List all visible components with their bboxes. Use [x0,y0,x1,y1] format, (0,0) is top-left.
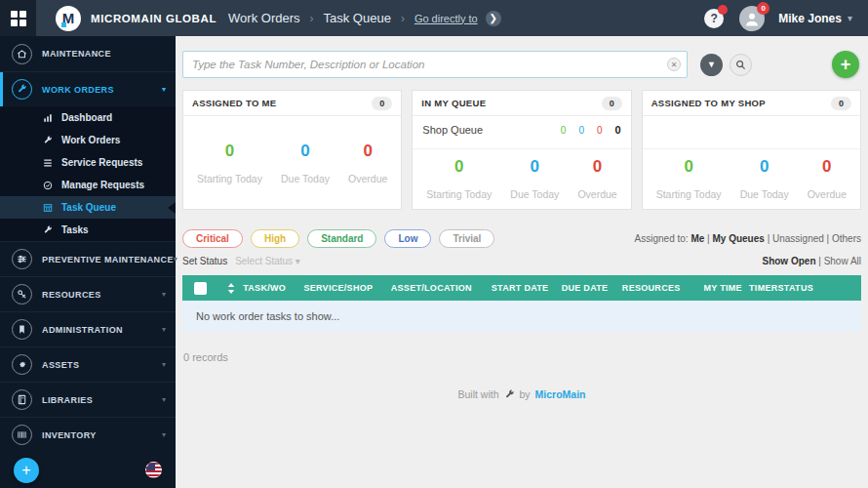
column-status[interactable]: STATUS [778,283,862,293]
go-directly-button[interactable]: ❯ [486,11,501,26]
sidebar-item-service-requests[interactable]: Service Requests [0,151,176,174]
column-my-time[interactable]: MY TIME [703,283,749,293]
select-status-dropdown[interactable]: Select Status ▾ [235,256,300,266]
sidebar-item-maintenance[interactable]: MAINTENANCE [0,36,176,71]
card-assigned-to-my-shop: ASSIGNED TO MY SHOP 0 0 Starting Today 0… [642,90,861,210]
chevron-down-icon: ▾ [162,325,166,334]
sidebar-item-label: Work Orders [61,135,120,145]
wrench-icon [504,389,515,400]
assigned-unassigned-link[interactable]: Unassigned [772,233,824,244]
wrench-icon [12,79,32,100]
key-icon [12,284,32,305]
chevron-down-icon: ▾ [848,13,852,23]
card-title: ASSIGNED TO ME [192,98,276,108]
check-circle-icon [43,181,53,190]
bar-chart-icon [43,113,53,123]
filter-row: Critical High Standard Low Trivial Assig… [182,229,861,248]
queue-total-count: 0 [615,124,621,136]
priority-low-button[interactable]: Low [384,229,431,248]
sidebar-item-libraries[interactable]: LIBRARIES ▾ [0,382,176,417]
priority-trivial-button[interactable]: Trivial [439,229,494,248]
search-input[interactable] [182,51,688,78]
stat-starting-today: 0 Starting Today [656,157,722,200]
user-menu[interactable]: Mike Jones ▾ [778,12,852,25]
assigned-others-link[interactable]: Others [832,233,861,244]
column-timer[interactable]: TIMER [749,283,778,293]
sidebar-item-dashboard[interactable]: Dashboard [0,106,176,129]
card-count-badge: 0 [372,97,392,110]
sidebar-item-label: Service Requests [61,157,142,168]
task-table: TASK/WO SERVICE/SHOP ASSET/LOCATION STAR… [182,275,861,332]
stat-starting-today: 0 Starting Today [197,142,262,184]
sidebar-item-manage-requests[interactable]: Manage Requests [0,174,176,196]
column-due-date[interactable]: DUE DATE [562,283,622,293]
chevron-down-icon: ▾ [162,290,166,299]
apps-menu-button[interactable] [0,0,36,36]
select-all-checkbox[interactable] [194,282,207,295]
add-task-button[interactable]: + [832,51,859,78]
sort-icon[interactable] [218,283,243,294]
sidebar: MAINTENANCE WORK ORDERS ▾ Dashboard Work… [0,36,176,488]
sidebar-item-label: LIBRARIES [42,395,93,405]
queue-name: Shop Queue [422,124,483,136]
filter-toggle-button[interactable]: ▼ [700,54,723,76]
stat-due-today: 0 Due Today [740,157,789,200]
work-orders-submenu: Dashboard Work Orders Service Requests M… [0,106,176,241]
sliders-icon [12,249,32,269]
priority-critical-button[interactable]: Critical [182,229,243,248]
micromain-link[interactable]: MicroMain [535,388,586,400]
app-window: M MICROMAIN GLOBAL Work Orders › Task Qu… [0,0,868,488]
column-resources[interactable]: RESOURCES [622,283,704,293]
sidebar-add-button[interactable]: + [14,458,39,483]
sidebar-item-administration[interactable]: ADMINISTRATION ▾ [0,311,176,346]
chevron-down-icon: ▾ [174,255,178,264]
sidebar-item-assets[interactable]: ASSETS ▾ [0,346,176,382]
sidebar-item-inventory[interactable]: INVENTORY ▾ [0,417,176,452]
sidebar-item-label: ASSETS [42,360,79,370]
column-service-shop[interactable]: SERVICE/SHOP [303,283,390,293]
column-start-date[interactable]: START DATE [492,283,562,293]
sidebar-footer: + [0,452,176,488]
page-footer: Built with by MicroMain [182,388,861,400]
sidebar-item-work-orders[interactable]: WORK ORDERS ▾ [0,71,176,106]
queue-row-shop-queue[interactable]: Shop Queue 0 0 0 0 [413,116,630,136]
user-avatar[interactable]: 0 [739,6,765,31]
chevron-down-icon: ▾ [162,430,166,439]
search-button[interactable] [730,54,752,76]
priority-standard-button[interactable]: Standard [307,229,376,248]
home-icon [12,44,32,64]
card-title: ASSIGNED TO MY SHOP [651,98,766,108]
help-button[interactable]: ? [704,9,724,28]
sidebar-item-preventive-maintenance[interactable]: PREVENTIVE MAINTENANCE ▾ [0,241,176,276]
sidebar-item-label: Tasks [61,224,89,235]
table-header: TASK/WO SERVICE/SHOP ASSET/LOCATION STAR… [182,275,861,301]
language-flag-icon[interactable] [145,462,162,478]
sidebar-item-resources[interactable]: RESOURCES ▾ [0,276,176,311]
card-count-badge: 0 [602,97,622,110]
user-name: Mike Jones [778,12,842,25]
clear-search-button[interactable]: ✕ [667,58,681,71]
go-directly-link[interactable]: Go directly to [414,13,478,24]
assigned-to-filter: Assigned to: Me | My Queues | Unassigned… [635,233,861,244]
sidebar-item-work-orders-child[interactable]: Work Orders [0,129,176,151]
stat-overdue: 0 Overdue [348,142,387,184]
column-asset-location[interactable]: ASSET/LOCATION [391,283,492,293]
sidebar-item-label: Dashboard [61,112,112,123]
sidebar-item-label: MAINTENANCE [42,49,111,59]
assigned-my-queues-link[interactable]: My Queues [713,233,765,244]
search-row: ✕ ▼ + [182,45,861,84]
column-task-wo[interactable]: TASK/WO [243,283,303,293]
assigned-me-link[interactable]: Me [690,233,704,244]
queue-starting-count: 0 [561,125,567,136]
priority-filters: Critical High Standard Low Trivial [182,229,494,248]
show-all-link[interactable]: Show All [824,256,861,266]
breadcrumb-work-orders[interactable]: Work Orders [228,11,299,25]
brand-logo: M [56,6,81,31]
show-open-link[interactable]: Show Open [762,256,815,266]
sidebar-item-tasks[interactable]: Tasks [0,219,176,241]
gears-icon [12,354,32,375]
card-in-my-queue: IN MY QUEUE 0 Shop Queue 0 0 0 0 [412,90,631,210]
breadcrumb-task-queue[interactable]: Task Queue [324,11,391,25]
sidebar-item-task-queue[interactable]: Task Queue [0,196,176,219]
priority-high-button[interactable]: High [251,229,299,248]
